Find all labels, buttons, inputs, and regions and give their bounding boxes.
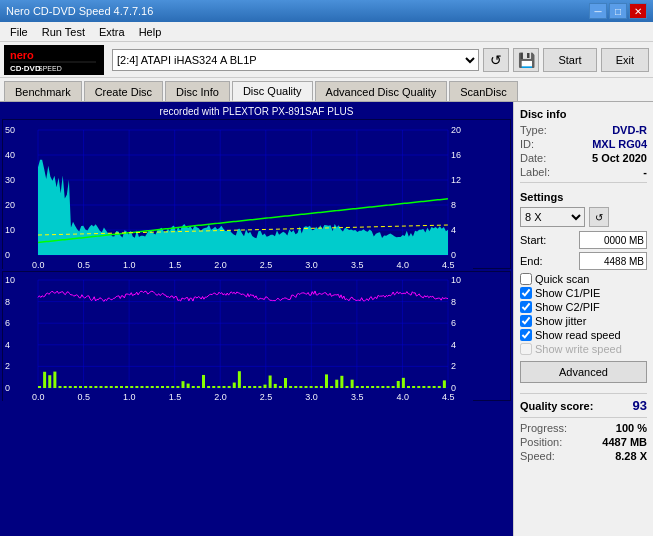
drive-select[interactable]: [2:4] ATAPI iHAS324 A BL1P — [112, 49, 479, 71]
chart-area: recorded with PLEXTOR PX-891SAF PLUS — [0, 102, 513, 536]
titlebar-title: Nero CD-DVD Speed 4.7.7.16 — [6, 5, 153, 17]
position-row: Position: 4487 MB — [520, 436, 647, 448]
quality-score-row: Quality score: 93 — [520, 398, 647, 413]
svg-text:SPEED: SPEED — [38, 65, 62, 72]
exit-button[interactable]: Exit — [601, 48, 649, 72]
end-field[interactable] — [579, 252, 647, 270]
read-speed-row: Show read speed — [520, 329, 647, 341]
svg-text:CD·DVD: CD·DVD — [10, 64, 41, 73]
tab-scan-disc[interactable]: ScanDisc — [449, 81, 517, 101]
right-panel: Disc info Type: DVD-R ID: MXL RG04 Date:… — [513, 102, 653, 536]
c1-pie-row: Show C1/PIE — [520, 287, 647, 299]
settings-title: Settings — [520, 191, 647, 203]
end-label: End: — [520, 255, 543, 267]
quality-score-value: 93 — [633, 398, 647, 413]
toolbar: nero CD·DVD SPEED [2:4] ATAPI iHAS324 A … — [0, 42, 653, 78]
tab-disc-quality[interactable]: Disc Quality — [232, 81, 313, 101]
disc-date-row: Date: 5 Oct 2020 — [520, 152, 647, 164]
speed-info-value: 8.28 X — [615, 450, 647, 462]
jitter-row: Show jitter — [520, 315, 647, 327]
quick-scan-checkbox[interactable] — [520, 273, 532, 285]
tab-disc-info[interactable]: Disc Info — [165, 81, 230, 101]
disc-id-row: ID: MXL RG04 — [520, 138, 647, 150]
disc-type-row: Type: DVD-R — [520, 124, 647, 136]
maximize-button[interactable]: □ — [609, 3, 627, 19]
position-value: 4487 MB — [602, 436, 647, 448]
progress-value: 100 % — [616, 422, 647, 434]
disc-label-row: Label: - — [520, 166, 647, 178]
c2-pif-label: Show C2/PIF — [535, 301, 600, 313]
chart-title: recorded with PLEXTOR PX-891SAF PLUS — [2, 104, 511, 119]
start-label: Start: — [520, 234, 546, 246]
start-mb-row: Start: — [520, 231, 647, 249]
speed-refresh-button[interactable]: ↺ — [589, 207, 609, 227]
write-speed-checkbox[interactable] — [520, 343, 532, 355]
menubar: File Run Test Extra Help — [0, 22, 653, 42]
disc-info-title: Disc info — [520, 108, 647, 120]
titlebar: Nero CD-DVD Speed 4.7.7.16 ─ □ ✕ — [0, 0, 653, 22]
minimize-button[interactable]: ─ — [589, 3, 607, 19]
speed-select[interactable]: 8 X — [520, 207, 585, 227]
svg-text:nero: nero — [10, 49, 34, 61]
menu-run-test[interactable]: Run Test — [36, 24, 91, 40]
date-label: Date: — [520, 152, 546, 164]
menu-extra[interactable]: Extra — [93, 24, 131, 40]
speed-row: 8 X ↺ — [520, 207, 647, 227]
refresh-button[interactable]: ↺ — [483, 48, 509, 72]
logo: nero CD·DVD SPEED — [4, 45, 104, 75]
quality-score-label: Quality score: — [520, 400, 593, 412]
tab-advanced-disc-quality[interactable]: Advanced Disc Quality — [315, 81, 448, 101]
c1-pie-label: Show C1/PIE — [535, 287, 600, 299]
end-mb-row: End: — [520, 252, 647, 270]
jitter-checkbox[interactable] — [520, 315, 532, 327]
quick-scan-label: Quick scan — [535, 273, 589, 285]
advanced-button[interactable]: Advanced — [520, 361, 647, 383]
progress-row: Progress: 100 % — [520, 422, 647, 434]
id-label: ID: — [520, 138, 534, 150]
type-value: DVD-R — [612, 124, 647, 136]
chart-top — [2, 119, 511, 269]
read-speed-checkbox[interactable] — [520, 329, 532, 341]
jitter-label: Show jitter — [535, 315, 586, 327]
titlebar-controls: ─ □ ✕ — [589, 3, 647, 19]
quick-scan-row: Quick scan — [520, 273, 647, 285]
read-speed-label: Show read speed — [535, 329, 621, 341]
label-value: - — [643, 166, 647, 178]
tab-benchmark[interactable]: Benchmark — [4, 81, 82, 101]
menu-file[interactable]: File — [4, 24, 34, 40]
c2-pif-row: Show C2/PIF — [520, 301, 647, 313]
c1-pie-checkbox[interactable] — [520, 287, 532, 299]
tabs: Benchmark Create Disc Disc Info Disc Qua… — [0, 78, 653, 102]
start-button[interactable]: Start — [543, 48, 596, 72]
close-button[interactable]: ✕ — [629, 3, 647, 19]
main-content: recorded with PLEXTOR PX-891SAF PLUS Dis… — [0, 102, 653, 536]
menu-help[interactable]: Help — [133, 24, 168, 40]
write-speed-label: Show write speed — [535, 343, 622, 355]
start-field[interactable] — [579, 231, 647, 249]
type-label: Type: — [520, 124, 547, 136]
tab-create-disc[interactable]: Create Disc — [84, 81, 163, 101]
label-label: Label: — [520, 166, 550, 178]
id-value: MXL RG04 — [592, 138, 647, 150]
speed-info-label: Speed: — [520, 450, 555, 462]
date-value: 5 Oct 2020 — [592, 152, 647, 164]
write-speed-row: Show write speed — [520, 343, 647, 355]
c2-pif-checkbox[interactable] — [520, 301, 532, 313]
save-button[interactable]: 💾 — [513, 48, 539, 72]
position-label: Position: — [520, 436, 562, 448]
speed-info-row: Speed: 8.28 X — [520, 450, 647, 462]
progress-label: Progress: — [520, 422, 567, 434]
chart-bottom — [2, 271, 511, 401]
